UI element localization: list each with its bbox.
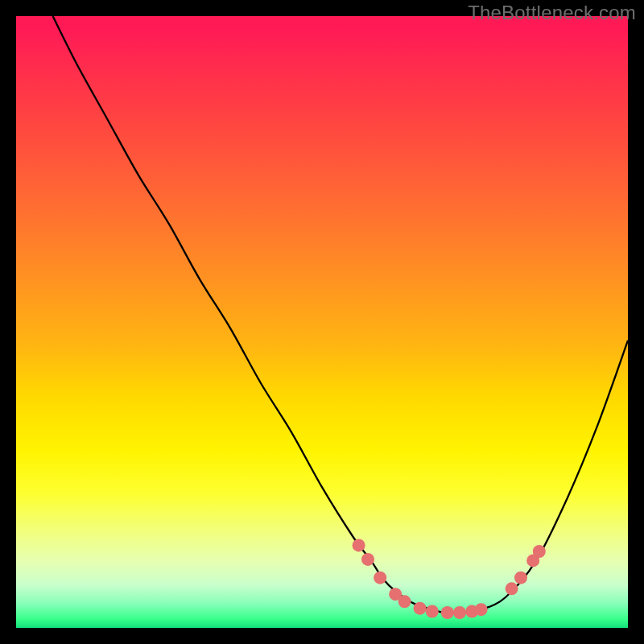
bottleneck-curve xyxy=(53,16,628,613)
watermark-text: TheBottleneck.com xyxy=(468,2,636,24)
data-point xyxy=(453,606,466,619)
data-point xyxy=(506,582,518,595)
chart-frame: TheBottleneck.com xyxy=(0,0,644,644)
chart-svg xyxy=(16,16,628,628)
data-point xyxy=(533,545,546,558)
data-point xyxy=(398,595,411,608)
data-point xyxy=(361,553,374,566)
data-point xyxy=(353,539,365,551)
plot-area xyxy=(16,16,628,628)
data-point xyxy=(426,605,439,617)
data-point xyxy=(374,572,386,584)
marker-group xyxy=(353,539,546,619)
data-point xyxy=(441,606,454,619)
data-point xyxy=(414,602,427,615)
data-point xyxy=(514,572,527,584)
data-point xyxy=(475,603,488,616)
